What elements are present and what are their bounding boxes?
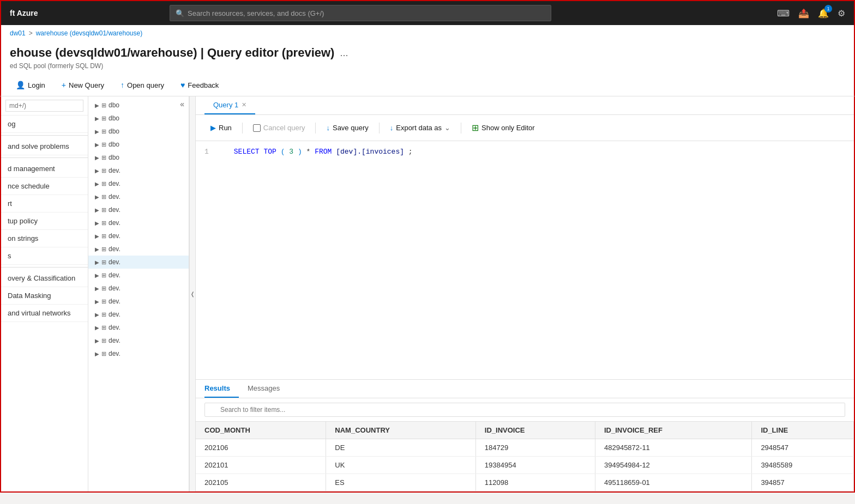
- breadcrumb-link-warehouse[interactable]: warehouse (devsqldw01/warehouse): [36, 29, 142, 37]
- sidebar-item-16[interactable]: ▶ ⊞ dev.: [88, 308, 189, 321]
- chevron-icon: ▶: [95, 129, 99, 135]
- sidebar-item-3[interactable]: ▶ ⊞ dbo: [88, 138, 189, 151]
- keyword-from: FROM: [315, 148, 332, 156]
- chevron-icon: ▶: [95, 312, 99, 318]
- chevron-icon: ▶: [95, 155, 99, 161]
- more-options-icon[interactable]: ...: [340, 47, 348, 59]
- keyword-select: SELECT: [234, 148, 260, 156]
- table-cell-r1-c2: 19384954: [475, 457, 595, 474]
- sidebar-item-13[interactable]: ▶ ⊞ dev.: [88, 269, 189, 282]
- page-title-bar: ehouse (devsqldw01/warehouse) | Query ed…: [0, 41, 855, 62]
- tab-close-icon[interactable]: ✕: [242, 101, 246, 108]
- save-label: Save query: [333, 124, 369, 132]
- table-icon: ⊞: [101, 207, 106, 214]
- sidebar-collapse-button[interactable]: «: [178, 99, 186, 110]
- run-icon: ▶: [210, 124, 216, 132]
- table-row: 202106DE184729482945872-112948547: [196, 439, 854, 457]
- feedback-icon[interactable]: 📤: [798, 8, 809, 19]
- results-search-input[interactable]: [204, 403, 845, 417]
- search-icon: 🔍: [176, 9, 184, 17]
- toolbar-sep-4: [461, 123, 461, 133]
- left-nav-item-policy[interactable]: tup policy: [1, 212, 88, 230]
- left-nav-item-solve[interactable]: and solve problems: [1, 138, 88, 155]
- left-nav-separator-3: [1, 267, 88, 268]
- sidebar-item-7[interactable]: ▶ ⊞ dev.: [88, 190, 189, 203]
- table-icon: ⊞: [101, 220, 106, 227]
- breadcrumb-link-dw01[interactable]: dw01: [10, 29, 26, 37]
- sidebar-item-18[interactable]: ▶ ⊞ dev.: [88, 334, 189, 347]
- sidebar-item-15[interactable]: ▶ ⊞ dev.: [88, 295, 189, 308]
- login-icon: 👤: [16, 81, 25, 89]
- show-only-editor-button[interactable]: ⊞ Show only Editor: [466, 119, 541, 136]
- sidebar: « ▶ ⊞ dbo ▶ ⊞ dbo ▶ ⊞ dbo ▶ ⊞ dbo ▶ ⊞ db…: [88, 96, 189, 491]
- sidebar-item-12[interactable]: ▶ ⊞ dev.: [88, 256, 189, 269]
- sidebar-item-8[interactable]: ▶ ⊞ dev.: [88, 203, 189, 216]
- settings-icon[interactable]: ⚙: [838, 8, 845, 19]
- left-nav-item-s[interactable]: s: [1, 247, 88, 265]
- sidebar-item-10[interactable]: ▶ ⊞ dev.: [88, 229, 189, 242]
- table-icon: ⊞: [101, 259, 106, 266]
- cancel-query-button[interactable]: Cancel query: [247, 120, 311, 135]
- collapse-handle[interactable]: ❬: [189, 96, 196, 491]
- terminal-icon[interactable]: ⌨: [777, 8, 790, 19]
- sidebar-item-6[interactable]: ▶ ⊞ dev.: [88, 177, 189, 190]
- sidebar-item-label: dev.: [109, 271, 121, 279]
- chevron-icon: ▶: [95, 246, 99, 252]
- left-nav-item-rt[interactable]: rt: [1, 195, 88, 212]
- left-nav-search[interactable]: [5, 100, 83, 112]
- sidebar-item-19[interactable]: ▶ ⊞ dev.: [88, 347, 189, 360]
- chevron-icon: ▶: [95, 181, 99, 187]
- run-label: Run: [219, 124, 232, 132]
- sidebar-item-17[interactable]: ▶ ⊞ dev.: [88, 321, 189, 334]
- sidebar-item-2[interactable]: ▶ ⊞ dbo: [88, 125, 189, 138]
- table-icon: ⊞: [101, 193, 106, 201]
- run-button[interactable]: ▶ Run: [204, 120, 238, 135]
- table-icon: ⊞: [101, 337, 106, 344]
- toolbar-sep-1: [242, 123, 243, 133]
- left-nav-item-schedule[interactable]: nce schedule: [1, 178, 88, 195]
- left-nav-item-classification[interactable]: overy & Classification: [1, 270, 88, 287]
- sidebar-item-4[interactable]: ▶ ⊞ dbo: [88, 151, 189, 164]
- chevron-icon: ▶: [95, 299, 99, 305]
- left-nav-item-strings[interactable]: on strings: [1, 230, 88, 247]
- new-query-button[interactable]: + New Query: [56, 77, 110, 93]
- results-tab-results[interactable]: Results: [204, 380, 239, 398]
- global-search[interactable]: 🔍 Search resources, services, and docs (…: [170, 5, 551, 21]
- table-icon: ⊞: [101, 246, 106, 253]
- left-nav-item-og[interactable]: og: [1, 116, 88, 133]
- chevron-icon: ▶: [95, 194, 99, 200]
- left-nav-item-networks[interactable]: and virtual networks: [1, 305, 88, 322]
- sidebar-item-label: dev.: [109, 180, 121, 187]
- chevron-icon: ▶: [95, 338, 99, 344]
- save-query-button[interactable]: ↓ Save query: [320, 120, 374, 135]
- main-toolbar: 👤 Login + New Query ↑ Open query ♥ Feedb…: [0, 74, 855, 96]
- sidebar-item-5[interactable]: ▶ ⊞ dev.: [88, 164, 189, 177]
- login-button[interactable]: 👤 Login: [10, 77, 51, 93]
- results-tab-messages[interactable]: Messages: [248, 380, 288, 398]
- code-editor[interactable]: 1 SELECT TOP ( 3 ) * FROM [dev].[invoice…: [196, 141, 854, 379]
- open-query-label: Open query: [127, 81, 164, 89]
- sidebar-item-11[interactable]: ▶ ⊞ dev.: [88, 242, 189, 256]
- left-nav-item-masking[interactable]: Data Masking: [1, 287, 88, 305]
- feedback-button[interactable]: ♥ Feedback: [174, 77, 225, 93]
- top-bar-icons: ⌨ 📤 🔔 1 ⚙: [777, 8, 845, 19]
- sidebar-item-9[interactable]: ▶ ⊞ dev.: [88, 216, 189, 229]
- sidebar-item-0[interactable]: ▶ ⊞ dbo: [88, 99, 189, 112]
- open-query-button[interactable]: ↑ Open query: [115, 77, 170, 93]
- sidebar-item-1[interactable]: ▶ ⊞ dbo: [88, 112, 189, 125]
- editor-toolbar: ▶ Run Cancel query ↓ Save query ↓ Export…: [196, 115, 854, 141]
- query-tab-1[interactable]: Query 1 ✕: [204, 96, 255, 114]
- sidebar-item-label: dev.: [109, 232, 121, 240]
- chevron-icon: ▶: [95, 272, 99, 278]
- sidebar-item-14[interactable]: ▶ ⊞ dev.: [88, 282, 189, 295]
- line-number-1: 1: [204, 148, 221, 156]
- grid-icon: ⊞: [472, 123, 479, 133]
- export-button[interactable]: ↓ Export data as ⌄: [384, 120, 456, 135]
- sidebar-item-label: dev.: [109, 245, 121, 253]
- sidebar-item-label: dbo: [109, 141, 119, 148]
- notification-icon[interactable]: 🔔 1: [818, 8, 829, 19]
- table-icon: ⊞: [101, 233, 106, 240]
- left-nav-item-management[interactable]: d management: [1, 160, 88, 178]
- table-cell-r1-c0: 202101: [196, 457, 326, 474]
- table-cell-r2-c4: 394857: [752, 474, 854, 491]
